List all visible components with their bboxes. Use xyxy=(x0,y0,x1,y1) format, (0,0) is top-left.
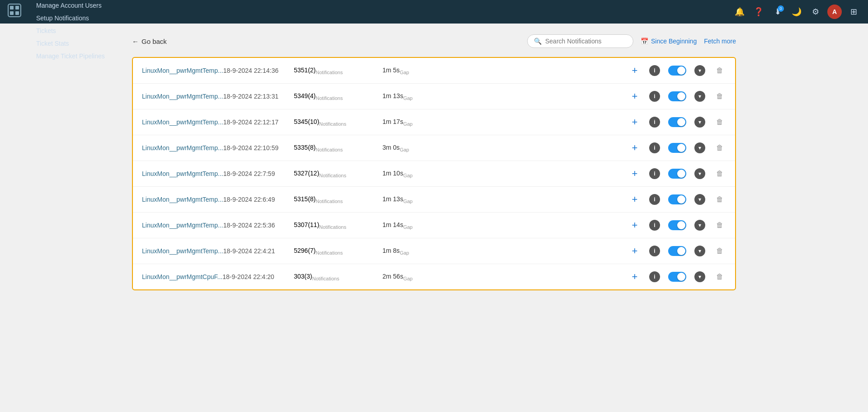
table-row: LinuxMon__pwrMgmtTemp...18-9-2024 22:13:… xyxy=(133,84,735,109)
row-count-8: 5296(7)Notifications xyxy=(294,247,375,256)
add-button[interactable]: + xyxy=(628,245,641,257)
gap-value: 2m 56s xyxy=(382,273,403,280)
toggle-button[interactable] xyxy=(668,246,686,256)
table-row: LinuxMon__pwrMgmtTemp...18-9-2024 22:6:4… xyxy=(133,187,735,213)
row-count-3: 5345(10)Notifications xyxy=(294,118,375,127)
row-name-8: LinuxMon__pwrMgmtTemp...18-9-2024 22:4:2… xyxy=(142,247,287,255)
add-button[interactable]: + xyxy=(628,142,641,154)
toggle-button[interactable] xyxy=(668,220,686,230)
delete-button[interactable]: 🗑 xyxy=(713,193,726,206)
count-value: 5296 xyxy=(294,247,308,254)
toggle-button[interactable] xyxy=(668,169,686,179)
nav-icons: 🔔 ❓ ⬇ 0 🌙 ⚙ A ⊞ xyxy=(732,5,861,19)
nav-link-tickets[interactable]: Tickets xyxy=(31,24,110,37)
toggle-button[interactable] xyxy=(668,194,686,204)
delete-button[interactable]: 🗑 xyxy=(713,90,726,103)
add-button[interactable]: + xyxy=(628,64,641,77)
add-button[interactable]: + xyxy=(628,116,641,128)
delete-button[interactable]: 🗑 xyxy=(713,167,726,180)
nav-link-manage-account-users[interactable]: Manage Account Users xyxy=(31,0,110,12)
timestamp: 18-9-2024 22:12:17 xyxy=(223,118,278,126)
gap-value: 3m 0s xyxy=(382,144,400,151)
toggle-button[interactable] xyxy=(668,66,686,76)
timestamp: 18-9-2024 22:5:36 xyxy=(223,222,275,229)
row-count-9: 303(3)Notifications xyxy=(294,273,375,281)
grid-icon[interactable]: ⊞ xyxy=(846,5,861,19)
row-gap-1: 1m 5sGap xyxy=(382,66,437,75)
gap-value: 1m 5s xyxy=(382,66,400,74)
delete-button[interactable]: 🗑 xyxy=(713,270,726,283)
row-name-6: LinuxMon__pwrMgmtTemp...18-9-2024 22:6:4… xyxy=(142,196,287,203)
count-value: 303 xyxy=(294,273,304,280)
toggle-thumb xyxy=(677,273,685,281)
nav-link-ticket-stats[interactable]: Ticket Stats xyxy=(31,37,110,50)
avatar[interactable]: A xyxy=(827,5,842,19)
host-name: LinuxMon__pwrMgmtTemp... xyxy=(142,222,223,229)
info-button[interactable]: i xyxy=(649,220,660,231)
nav-link-manage-ticket-pipelines[interactable]: Manage Ticket Pipelines xyxy=(31,50,110,62)
host-name: LinuxMon__pwrMgmtCpuF... xyxy=(142,273,222,280)
host-name: LinuxMon__pwrMgmtTemp... xyxy=(142,196,223,203)
add-button[interactable]: + xyxy=(628,193,641,206)
toggle-button[interactable] xyxy=(668,143,686,153)
chevron-down-button[interactable]: ▾ xyxy=(694,91,705,102)
svg-rect-1 xyxy=(10,6,14,9)
toggle-button[interactable] xyxy=(668,272,686,282)
navbar: ClustersHostsServicesManage Account User… xyxy=(0,0,868,24)
delete-button[interactable]: 🗑 xyxy=(713,64,726,77)
count-suffix: Notifications xyxy=(319,121,346,126)
info-button[interactable]: i xyxy=(649,194,660,205)
notifications-icon[interactable]: 🔔 xyxy=(732,5,747,19)
info-button[interactable]: i xyxy=(649,168,660,179)
add-button[interactable]: + xyxy=(628,219,641,232)
chevron-down-button[interactable]: ▾ xyxy=(694,271,705,282)
chevron-down-button[interactable]: ▾ xyxy=(694,142,705,153)
count-value: 5351 xyxy=(294,66,308,74)
gap-suffix: Gap xyxy=(403,121,413,126)
host-name: LinuxMon__pwrMgmtTemp... xyxy=(142,144,223,152)
go-back-button[interactable]: ← Go back xyxy=(132,38,167,45)
date-filter[interactable]: 📅 Since Beginning xyxy=(641,38,697,45)
delete-button[interactable]: 🗑 xyxy=(713,219,726,232)
count-value: 5327 xyxy=(294,170,308,177)
delete-button[interactable]: 🗑 xyxy=(713,116,726,128)
timestamp: 18-9-2024 22:6:49 xyxy=(223,196,275,203)
info-button[interactable]: i xyxy=(649,117,660,128)
add-button[interactable]: + xyxy=(628,167,641,180)
delete-button[interactable]: 🗑 xyxy=(713,245,726,257)
row-name-9: LinuxMon__pwrMgmtCpuF...18-9-2024 22:4:2… xyxy=(142,273,287,280)
info-button[interactable]: i xyxy=(649,246,660,256)
toggle-button[interactable] xyxy=(668,117,686,127)
chevron-down-button[interactable]: ▾ xyxy=(694,117,705,128)
count-paren: (10) xyxy=(308,118,319,125)
delete-button[interactable]: 🗑 xyxy=(713,142,726,154)
row-actions-8: + i ▾ 🗑 xyxy=(444,245,726,257)
chevron-down-button[interactable]: ▾ xyxy=(694,194,705,205)
nav-link-setup-notifications[interactable]: Setup Notifications xyxy=(31,12,110,24)
info-button[interactable]: i xyxy=(649,65,660,76)
gap-suffix: Gap xyxy=(400,147,409,152)
gap-value: 1m 10s xyxy=(382,170,403,177)
row-count-5: 5327(12)Notifications xyxy=(294,170,375,178)
search-input[interactable] xyxy=(545,38,627,45)
gap-value: 1m 8s xyxy=(382,247,400,254)
info-button[interactable]: i xyxy=(649,142,660,153)
help-icon[interactable]: ❓ xyxy=(751,5,766,19)
toggle-button[interactable] xyxy=(668,91,686,101)
add-button[interactable]: + xyxy=(628,90,641,103)
add-button[interactable]: + xyxy=(628,270,641,283)
count-paren: (12) xyxy=(308,170,319,177)
download-icon[interactable]: ⬇ 0 xyxy=(770,5,785,19)
chevron-down-button[interactable]: ▾ xyxy=(694,246,705,256)
timestamp: 18-9-2024 22:4:21 xyxy=(223,247,275,255)
settings-icon[interactable]: ⚙ xyxy=(808,5,823,19)
fetch-more-button[interactable]: Fetch more xyxy=(704,38,736,45)
theme-icon[interactable]: 🌙 xyxy=(789,5,804,19)
info-button[interactable]: i xyxy=(649,91,660,102)
chevron-down-button[interactable]: ▾ xyxy=(694,168,705,179)
chevron-down-button[interactable]: ▾ xyxy=(694,220,705,231)
chevron-down-button[interactable]: ▾ xyxy=(694,65,705,76)
timestamp: 18-9-2024 22:13:31 xyxy=(223,93,278,100)
info-button[interactable]: i xyxy=(649,271,660,282)
row-name-2: LinuxMon__pwrMgmtTemp...18-9-2024 22:13:… xyxy=(142,93,287,100)
